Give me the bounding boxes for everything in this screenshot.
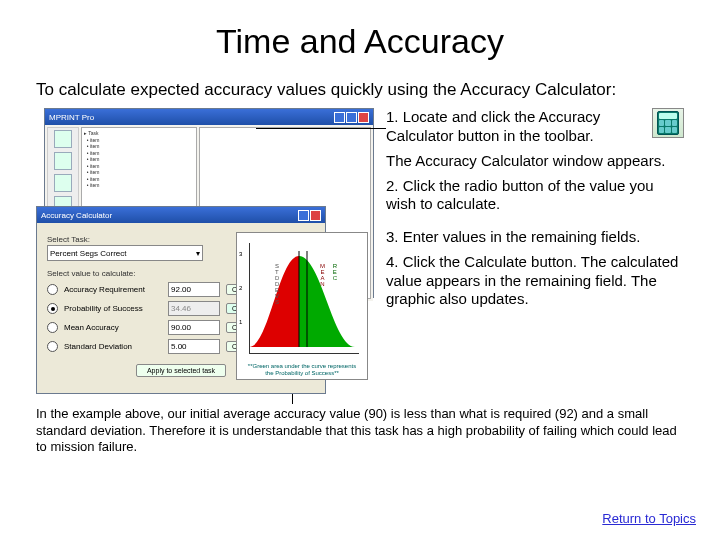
apply-button[interactable]: Apply to selected task xyxy=(136,364,226,377)
accuracy-calculator-icon[interactable] xyxy=(652,108,684,138)
close-icon xyxy=(358,112,369,123)
sidebar-icon xyxy=(54,152,72,170)
label-accuracy-requirement: Accuracy Requirement xyxy=(64,285,162,294)
minimize-icon xyxy=(334,112,345,123)
rec-label: REC xyxy=(333,263,337,281)
y-tick: 1 xyxy=(239,319,242,325)
app-titlebar: MPRINT Pro xyxy=(45,109,373,125)
footer-text: In the example above, our initial averag… xyxy=(36,406,684,455)
radio-mean-accuracy[interactable] xyxy=(47,322,58,333)
callout-line xyxy=(256,128,386,129)
stddev-label: STDDEVS xyxy=(275,263,279,305)
task-dropdown[interactable]: Percent Segs Correct ▾ xyxy=(47,245,203,261)
chevron-down-icon: ▾ xyxy=(196,249,200,258)
sidebar-icon xyxy=(54,174,72,192)
intro-text: To calculate expected accuracy values qu… xyxy=(36,79,684,100)
step-1: 1. Locate and click the Accuracy Calcula… xyxy=(386,108,684,146)
minimize-icon xyxy=(298,210,309,221)
radio-accuracy-requirement[interactable] xyxy=(47,284,58,295)
input-standard-deviation[interactable]: 5.00 xyxy=(168,339,220,354)
distribution-chart: 3 2 1 STDDEVS MEAN REC **Green area unde… xyxy=(236,232,368,380)
calc-title: Accuracy Calculator xyxy=(41,211,112,220)
chart-caption: **Green area under the curve represents … xyxy=(243,363,361,376)
label-mean-accuracy: Mean Accuracy xyxy=(64,323,162,332)
step-3: 3. Enter values in the remaining fields. xyxy=(386,228,684,247)
x-axis xyxy=(249,353,359,354)
maximize-icon xyxy=(346,112,357,123)
step-1-result: The Accuracy Calculator window appears. xyxy=(386,152,684,171)
sidebar-icon xyxy=(54,130,72,148)
step-4: 4. Click the Calculate button. The calcu… xyxy=(386,253,684,309)
radio-standard-deviation[interactable] xyxy=(47,341,58,352)
radio-probability-success[interactable] xyxy=(47,303,58,314)
return-to-topics-link[interactable]: Return to Topics xyxy=(602,511,696,526)
input-probability-success: 34.46 xyxy=(168,301,220,316)
bell-curve xyxy=(249,251,355,347)
input-mean-accuracy[interactable]: 90.00 xyxy=(168,320,220,335)
close-icon xyxy=(310,210,321,221)
input-accuracy-requirement[interactable]: 92.00 xyxy=(168,282,220,297)
step-2: 2. Click the radio button of the value y… xyxy=(386,177,684,215)
y-tick: 3 xyxy=(239,251,242,257)
task-dropdown-value: Percent Segs Correct xyxy=(50,249,126,258)
app-title: MPRINT Pro xyxy=(49,113,94,122)
label-standard-deviation: Standard Deviation xyxy=(64,342,162,351)
label-probability-success: Probability of Success xyxy=(64,304,162,313)
mean-label: MEAN xyxy=(320,263,325,287)
calc-titlebar: Accuracy Calculator xyxy=(37,207,325,223)
y-tick: 2 xyxy=(239,285,242,291)
page-title: Time and Accuracy xyxy=(36,22,684,61)
